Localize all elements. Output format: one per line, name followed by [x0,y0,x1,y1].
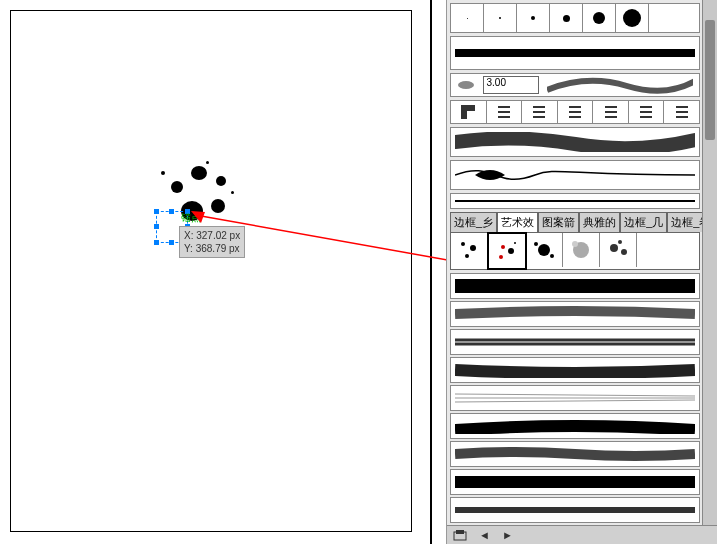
brush-size-lg[interactable] [583,4,616,32]
svg-point-35 [610,244,618,252]
next-button[interactable]: ► [502,529,513,541]
svg-rect-10 [569,106,581,108]
svg-rect-2 [455,49,695,57]
svg-point-37 [618,240,622,244]
align-3[interactable] [558,101,594,123]
anchor-label: 锚点 [181,211,201,225]
prev-button[interactable]: ◄ [479,529,490,541]
brush-stroke-2[interactable] [450,301,700,327]
brush-stroke-4[interactable] [450,357,700,383]
thin-line-preview[interactable] [450,193,700,209]
brush-stroke-7[interactable] [450,441,700,467]
artistic-brush-thumbnails [450,232,700,270]
svg-point-31 [534,242,538,246]
svg-rect-19 [676,106,688,108]
svg-rect-7 [533,106,545,108]
brush-size-md[interactable] [550,4,583,32]
svg-rect-20 [676,111,688,113]
stroke-preview-flat[interactable] [450,36,700,70]
svg-point-28 [499,255,503,259]
brush-size-input[interactable]: 3.00 [483,76,540,94]
canvas-area[interactable]: 锚点 X: 327.02 px Y: 368.79 px [0,0,432,544]
align-1[interactable] [487,101,523,123]
art-brush-5[interactable] [600,233,637,267]
brush-size-tiny[interactable] [451,4,484,32]
svg-rect-39 [456,530,464,534]
svg-rect-18 [640,116,652,118]
coordinate-tooltip: X: 327.02 px Y: 368.79 px [179,226,245,258]
tab-pattern-arrow[interactable]: 图案箭 [538,212,579,232]
brush-library-icon[interactable] [453,529,467,541]
brush-size-xl[interactable] [616,4,649,32]
svg-rect-4 [498,106,510,108]
svg-point-29 [514,242,516,244]
brush-size-xs[interactable] [484,4,517,32]
svg-point-34 [572,241,578,247]
svg-rect-14 [605,111,617,113]
svg-point-32 [550,254,554,258]
scrollbar-thumb[interactable] [705,20,715,140]
svg-point-3 [458,81,474,89]
brush-stroke-5[interactable] [450,385,700,411]
brush-stroke-8[interactable] [450,469,700,495]
svg-rect-6 [498,116,510,118]
svg-point-36 [621,249,627,255]
svg-point-30 [538,244,550,256]
svg-point-25 [465,254,469,258]
align-4[interactable] [593,101,629,123]
pattern-alignment-row [450,100,700,124]
tab-border-1[interactable]: 边框_乡 [450,212,497,232]
coord-y: Y: 368.79 px [184,242,240,255]
svg-rect-9 [533,116,545,118]
ornament-stroke-preview[interactable] [450,160,700,190]
art-brush-4[interactable] [563,233,600,267]
wave-preview [547,76,693,94]
art-brush-3[interactable] [526,233,563,267]
coord-x: X: 327.02 px [184,229,240,242]
align-6[interactable] [664,101,699,123]
svg-point-24 [470,245,476,251]
align-2[interactable] [522,101,558,123]
tab-artistic[interactable]: 艺术效 [497,212,538,232]
svg-rect-8 [533,111,545,113]
brush-stroke-9[interactable] [450,497,700,523]
art-brush-2-selected[interactable] [487,232,527,270]
svg-rect-11 [569,111,581,113]
panel-footer: ◄ ► [447,525,717,544]
svg-rect-12 [569,116,581,118]
svg-rect-13 [605,106,617,108]
svg-rect-16 [640,106,652,108]
canvas-page[interactable]: 锚点 X: 327.02 px Y: 368.79 px [10,10,412,532]
brush-stroke-6[interactable] [450,413,700,439]
svg-rect-22 [455,200,695,202]
svg-rect-15 [605,116,617,118]
svg-point-23 [461,242,465,246]
tab-border-2[interactable]: 边框_几 [620,212,667,232]
svg-rect-5 [498,111,510,113]
corner-pattern-icon[interactable] [451,101,487,123]
brush-size-control: 3.00 [450,73,700,97]
brush-stroke-1[interactable] [450,273,700,299]
align-5[interactable] [629,101,665,123]
art-brush-1[interactable] [451,233,488,267]
svg-rect-17 [640,111,652,113]
grunge-stroke-preview[interactable] [450,127,700,157]
svg-rect-21 [676,116,688,118]
brush-category-tabs: 边框_乡 艺术效 图案箭 典雅的 边框_几 边框_卷 [450,212,700,232]
brush-tip-icon [457,80,475,90]
brush-stroke-3[interactable] [450,329,700,355]
svg-point-26 [501,245,505,249]
brushes-panel: 3.00 边框_乡 艺术效 图案箭 典雅的 边框_几 边框_卷 [446,0,717,544]
svg-point-27 [508,248,514,254]
brush-size-sm[interactable] [517,4,550,32]
panel-scrollbar[interactable] [702,0,717,526]
tab-elegant[interactable]: 典雅的 [579,212,620,232]
tab-border-3[interactable]: 边框_卷 [667,212,703,232]
basic-brush-sizes-row [450,3,700,33]
